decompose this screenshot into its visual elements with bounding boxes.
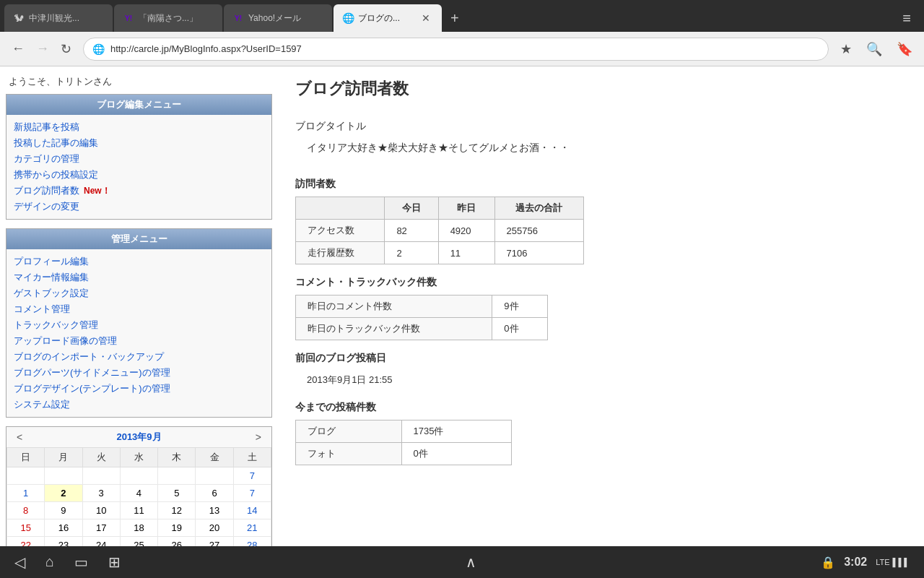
sidebar: ようこそ、トリトンさん ブログ編集メニュー 新規記事を投稿 投稿した記事の編集 … (0, 72, 278, 546)
visitors-heading: 訪問者数 (295, 178, 907, 191)
tab3-label: Yahoo!メール (248, 12, 301, 25)
blog-parts-link[interactable]: ブログパーツ(サイドメニュー)の管理 (14, 365, 264, 381)
url-text: http://carcle.jp/MyBlogInfo.aspx?UserID=… (110, 43, 302, 54)
cal-day: 22 (7, 537, 45, 547)
page-inner: ようこそ、トリトンさん ブログ編集メニュー 新規記事を投稿 投稿した記事の編集 … (0, 66, 924, 546)
weekday-sun: 日 (7, 448, 45, 467)
visitors-row-history: 走行履歴数 2 11 7106 (296, 242, 584, 264)
tab-bar: 🐿 中津川観光... Y! 「南陽さつ...」 Y! Yahoo!メール 🌐 ブ… (0, 0, 924, 32)
back-button[interactable]: ← (6, 37, 30, 61)
refresh-button[interactable]: ↻ (55, 37, 77, 61)
photo-count-label: フォト (296, 443, 402, 465)
cal-day: 9 (45, 502, 82, 519)
tab-1[interactable]: 🐿 中津川観光... (4, 4, 113, 32)
cal-day: 7 (233, 467, 271, 485)
tab4-close-icon[interactable]: ✕ (419, 11, 433, 25)
grid-nav-button[interactable]: ⊞ (108, 553, 121, 571)
cal-day: 23 (45, 537, 82, 547)
access-label: アクセス数 (296, 220, 385, 242)
system-settings-link[interactable]: システム設定 (14, 397, 264, 413)
comment-management-link[interactable]: コメント管理 (14, 301, 264, 317)
cal-week-4: 15 16 17 18 19 20 21 (7, 519, 271, 537)
weekday-wed: 水 (120, 448, 157, 467)
tab4-label: ブログの... (358, 12, 400, 25)
cal-day: 21 (233, 519, 271, 537)
tab-3[interactable]: Y! Yahoo!メール (224, 4, 332, 32)
forward-button[interactable]: → (30, 37, 55, 61)
tab-2[interactable]: Y! 「南陽さつ...」 (114, 4, 222, 32)
photo-count-row: フォト 0件 (296, 443, 512, 465)
nav-actions: ★ 🔍 🔖 (834, 37, 918, 61)
history-today: 2 (385, 242, 438, 264)
search-button[interactable]: 🔍 (860, 37, 888, 61)
manage-categories-link[interactable]: カテゴリの管理 (14, 151, 264, 167)
cal-day (7, 467, 45, 485)
history-total: 7106 (494, 242, 583, 264)
cal-day[interactable]: 1 (7, 485, 45, 502)
bottom-bar: ◁ ⌂ ▭ ⊞ ∧ 🔒 3:02 LTE ▌▌▌ (0, 546, 924, 578)
trackback-row: 昨日のトラックバック件数 0件 (296, 318, 548, 340)
main-content: ブログ訪問者数 ブログタイトル イタリア大好き★柴犬大好き★そしてグルメとお酒・… (278, 72, 924, 546)
star-button[interactable]: ★ (834, 37, 858, 61)
recent-nav-button[interactable]: ▭ (74, 553, 88, 571)
up-arrow-area: ∧ (121, 553, 821, 571)
address-bar[interactable]: 🌐 http://carcle.jp/MyBlogInfo.aspx?UserI… (83, 38, 829, 61)
trackback-management-link[interactable]: トラックバック管理 (14, 317, 264, 333)
change-design-link[interactable]: デザインの変更 (14, 199, 264, 215)
guestbook-settings-link[interactable]: ゲストブック設定 (14, 285, 264, 301)
cal-day (158, 467, 196, 485)
scroll-up-button[interactable]: ∧ (466, 553, 476, 571)
cal-prev-button[interactable]: < (12, 430, 27, 444)
cal-day: 24 (82, 537, 120, 547)
visitors-col-empty (296, 197, 385, 220)
calendar: < 2013年9月 > 日 月 火 水 木 金 土 (6, 426, 272, 546)
home-nav-button[interactable]: ⌂ (45, 553, 54, 571)
visitors-row-access: アクセス数 82 4920 255756 (296, 220, 584, 242)
cal-day: 27 (196, 537, 233, 547)
status-area: 🔒 3:02 LTE ▌▌▌ (821, 556, 910, 569)
cal-day (196, 467, 233, 485)
mycar-info-link[interactable]: マイカー情報編集 (14, 269, 264, 285)
last-post-value: 2013年9月1日 21:55 (295, 371, 907, 389)
cal-day: 17 (82, 519, 120, 537)
blog-edit-menu-links: 新規記事を投稿 投稿した記事の編集 カテゴリの管理 携帯からの投稿設定 ブログ訪… (6, 115, 271, 219)
blog-edit-menu: ブログ編集メニュー 新規記事を投稿 投稿した記事の編集 カテゴリの管理 携帯から… (6, 94, 272, 220)
visitors-table: 今日 昨日 過去の合計 アクセス数 82 4920 255756 走行履歴数 2 (295, 197, 584, 264)
tab2-icon: Y! (123, 12, 134, 24)
blog-visitors-link[interactable]: ブログ訪問者数 (14, 183, 79, 199)
back-nav-button[interactable]: ◁ (14, 553, 25, 571)
new-post-link[interactable]: 新規記事を投稿 (14, 119, 264, 135)
cal-day (120, 467, 157, 485)
admin-menu-links: プロフィール編集 マイカー情報編集 ゲストブック設定 コメント管理 トラックバッ… (6, 249, 271, 417)
new-tab-button[interactable]: + (443, 4, 466, 32)
tab1-label: 中津川観光... (29, 12, 79, 25)
hamburger-icon[interactable]: ≡ (894, 4, 920, 33)
edit-profile-link[interactable]: プロフィール編集 (14, 254, 264, 269)
tab2-label: 「南陽さつ...」 (139, 12, 198, 25)
cal-day: 13 (196, 502, 233, 519)
cal-day: 15 (7, 519, 45, 537)
cal-day-today: 2 (45, 485, 82, 502)
blog-design-link[interactable]: ブログデザイン(テンプレート)の管理 (14, 381, 264, 397)
cal-day: 8 (7, 502, 45, 519)
trackback-count-value: 0件 (492, 318, 548, 340)
cal-week-1: 7 (7, 467, 271, 485)
import-backup-link[interactable]: ブログのインポート・バックアップ (14, 349, 264, 365)
mobile-post-settings-link[interactable]: 携帯からの投稿設定 (14, 167, 264, 183)
visitors-col-total: 過去の合計 (494, 197, 583, 220)
cal-day: 7 (233, 485, 271, 502)
visitors-col-today: 今日 (385, 197, 438, 220)
cal-day: 12 (158, 502, 196, 519)
tab-4[interactable]: 🌐 ブログの... ✕ (334, 4, 442, 32)
upload-images-link[interactable]: アップロード画像の管理 (14, 333, 264, 349)
bookmark-button[interactable]: 🔖 (891, 37, 918, 61)
cal-day-1-link[interactable]: 1 (23, 488, 28, 499)
last-post-heading: 前回のブログ投稿日 (295, 352, 907, 365)
cal-day: 11 (120, 502, 157, 519)
cal-next-button[interactable]: > (251, 430, 266, 444)
blog-count-value: 1735件 (401, 420, 511, 443)
time-display: 3:02 (844, 556, 867, 569)
history-label: 走行履歴数 (296, 242, 385, 264)
edit-posts-link[interactable]: 投稿した記事の編集 (14, 135, 264, 151)
cal-day (82, 467, 120, 485)
